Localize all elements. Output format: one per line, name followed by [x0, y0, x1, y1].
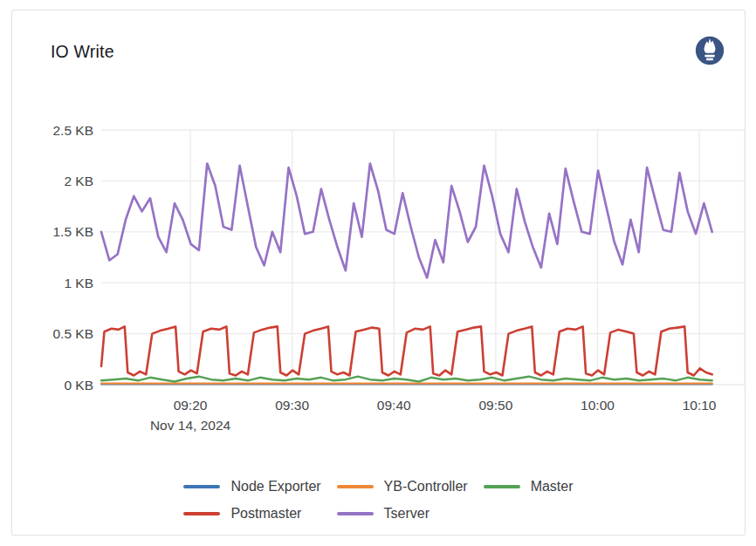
- legend-item-node-exporter[interactable]: Node Exporter: [183, 479, 320, 495]
- y-tick-label-0: 0 KB: [64, 378, 93, 392]
- legend-swatch-yb-controller: [337, 485, 374, 489]
- legend-item-yb-controller[interactable]: YB-Controller: [337, 479, 468, 495]
- legend-label-node-exporter: Node Exporter: [230, 479, 320, 495]
- x-tick-label-0: 09:20: [174, 398, 208, 413]
- y-tick-label-4: 2 KB: [64, 174, 93, 188]
- y-tick-label-2: 1 KB: [64, 276, 93, 290]
- y-tick-label-5: 2.5 KB: [52, 123, 93, 138]
- x-tick-label-3: 09:50: [478, 398, 512, 413]
- io-write-panel: IO Write 0 KB0.5 KB1 KB1.5 KB2 KB2.5 KB0…: [11, 10, 746, 536]
- y-tick-label-1: 0.5 KB: [52, 326, 93, 341]
- legend-label-tserver: Tserver: [384, 506, 430, 522]
- legend-swatch-node-exporter: [183, 485, 220, 489]
- x-tick-label-5: 10:10: [683, 398, 717, 413]
- legend-item-master[interactable]: Master: [484, 479, 574, 495]
- series-line-master: [101, 377, 712, 382]
- legend-label-yb-controller: YB-Controller: [384, 479, 468, 495]
- legend-item-postmaster[interactable]: Postmaster: [183, 506, 320, 522]
- x-axis-date-label: Nov 14, 2024: [150, 418, 231, 433]
- legend-swatch-master: [484, 485, 520, 489]
- x-tick-label-4: 10:00: [581, 398, 615, 413]
- legend-label-postmaster: Postmaster: [230, 506, 301, 522]
- legend-item-tserver[interactable]: Tserver: [337, 506, 468, 522]
- x-tick-label-2: 09:40: [377, 398, 411, 413]
- legend-swatch-tserver: [337, 512, 374, 516]
- x-tick-label-1: 09:30: [275, 398, 309, 413]
- legend-swatch-postmaster: [183, 512, 220, 516]
- legend-label-master: Master: [531, 479, 574, 495]
- chart-legend: Node ExporterYB-ControllerMasterPostmast…: [12, 479, 745, 522]
- io-write-chart: 0 KB0.5 KB1 KB1.5 KB2 KB2.5 KB09:2009:30…: [12, 10, 746, 536]
- y-tick-label-3: 1.5 KB: [52, 224, 93, 239]
